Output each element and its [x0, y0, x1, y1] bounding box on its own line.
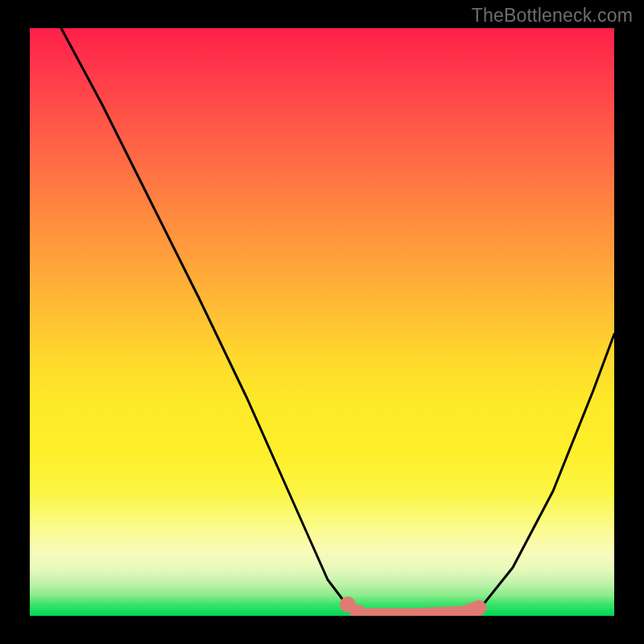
plot-area — [30, 28, 614, 616]
chart-svg — [30, 28, 614, 616]
curve-layer — [61, 28, 614, 616]
highlight-path — [368, 608, 479, 616]
bottleneck-curve — [61, 28, 614, 616]
overlay-layer — [340, 597, 479, 616]
watermark-text: TheBottleneck.com — [472, 5, 633, 27]
chart-frame: TheBottleneck.com — [0, 0, 644, 644]
